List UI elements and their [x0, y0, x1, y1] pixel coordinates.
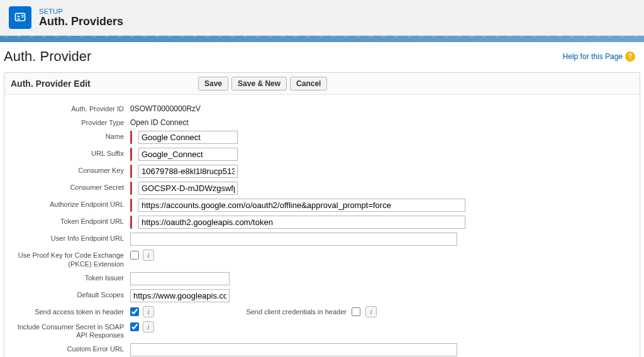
required-indicator: [130, 148, 132, 161]
label-custom-error-url: Custom Error URL: [13, 343, 130, 353]
consumer-secret-field[interactable]: [138, 182, 238, 195]
send-access-token-header-checkbox[interactable]: [130, 307, 139, 316]
user-info-endpoint-url-field[interactable]: [130, 233, 457, 246]
label-token-endpoint-url: Token Endpoint URL: [13, 216, 130, 226]
value-provider-type: Open ID Connect: [130, 117, 189, 127]
panel-title: Auth. Provider Edit: [11, 79, 187, 89]
label-provider-type: Provider Type: [13, 117, 130, 127]
setup-title: Auth. Providers: [39, 15, 123, 28]
save-button[interactable]: Save: [198, 77, 228, 91]
label-url-suffix: URL Suffix: [13, 148, 130, 158]
custom-error-url-field[interactable]: [130, 343, 457, 356]
required-indicator: [130, 216, 132, 229]
required-indicator: [130, 182, 132, 195]
send-client-credentials-header-checkbox[interactable]: [352, 307, 360, 316]
info-icon[interactable]: i: [365, 306, 377, 317]
label-authorize-endpoint-url: Authorize Endpoint URL: [13, 199, 130, 209]
label-consumer-secret: Consumer Secret: [13, 182, 130, 192]
url-suffix-field[interactable]: [138, 148, 238, 161]
label-user-info-endpoint-url: User Info Endpoint URL: [13, 233, 130, 243]
label-name: Name: [13, 131, 130, 141]
default-scopes-field[interactable]: [130, 289, 230, 302]
form-body: Auth. Provider ID 0SOWT0000000RzV Provid…: [4, 95, 640, 357]
auth-providers-app-icon: [9, 6, 31, 29]
help-icon: ?: [625, 52, 635, 62]
label-consumer-key: Consumer Key: [13, 165, 130, 175]
help-link-text: Help for this Page: [563, 52, 623, 61]
consumer-key-field[interactable]: [138, 165, 238, 178]
label-auth-provider-id: Auth. Provider ID: [13, 103, 130, 113]
label-default-scopes: Default Scopes: [13, 289, 130, 299]
required-indicator: [130, 165, 132, 178]
required-indicator: [130, 199, 132, 212]
token-endpoint-url-field[interactable]: [138, 216, 465, 229]
svg-point-1: [18, 16, 19, 18]
decorative-wave: [0, 36, 644, 42]
label-send-access-token-in-header: Send access token in header: [13, 306, 130, 316]
info-icon[interactable]: i: [143, 306, 154, 317]
label-token-issuer: Token Issuer: [13, 272, 130, 282]
help-for-page-link[interactable]: Help for this Page ?: [563, 52, 635, 62]
info-icon[interactable]: i: [143, 250, 154, 261]
name-field[interactable]: [138, 131, 238, 144]
auth-provider-edit-panel: Auth. Provider Edit Save Save & New Canc…: [4, 72, 640, 357]
value-auth-provider-id: 0SOWT0000000RzV: [130, 103, 201, 113]
setup-header: SETUP Auth. Providers: [0, 0, 644, 36]
info-icon[interactable]: i: [143, 321, 154, 332]
token-issuer-field[interactable]: [130, 272, 230, 285]
required-indicator: [130, 131, 132, 144]
setup-eyebrow: SETUP: [39, 8, 123, 15]
save-and-new-button[interactable]: Save & New: [231, 77, 287, 91]
include-consumer-secret-soap-checkbox[interactable]: [130, 322, 139, 331]
pkce-checkbox[interactable]: [130, 251, 139, 260]
label-pkce-extension: Use Proof Key for Code Exchange (PKCE) E…: [13, 250, 130, 268]
label-send-client-credentials-in-header: Send client credentials in header: [233, 308, 347, 316]
authorize-endpoint-url-field[interactable]: [138, 199, 465, 212]
page-title: Auth. Provider: [4, 48, 91, 65]
label-include-consumer-secret-soap: Include Consumer Secret in SOAP API Resp…: [13, 321, 130, 339]
cancel-button[interactable]: Cancel: [290, 77, 327, 91]
